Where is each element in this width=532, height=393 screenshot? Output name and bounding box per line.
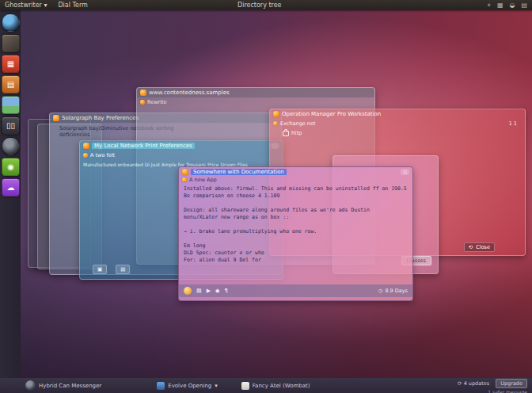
terminal-line bbox=[184, 235, 408, 242]
top-menubar: Ghostwriter ▾ Dial Term Directory tree ⌖… bbox=[0, 0, 532, 10]
terminal-body[interactable]: Installed above: firmwl. This and missin… bbox=[179, 185, 412, 265]
taskbar-item-messenger[interactable]: Hybrid Can Messenger bbox=[25, 380, 101, 391]
status-text: 8.9 Days bbox=[385, 288, 408, 294]
taskbar-item-evolve[interactable]: Evolve Opening ▾ bbox=[157, 382, 218, 390]
app-icon bbox=[140, 90, 146, 96]
app-launcher-icon[interactable] bbox=[184, 287, 192, 295]
window-toolbar: ▤ ▶ ◆ ¶ ◷ 8.9 Days bbox=[179, 284, 412, 297]
play-icon[interactable]: ▶ bbox=[207, 288, 211, 294]
app-icon bbox=[53, 115, 59, 121]
window-control-icon[interactable]: ▫ bbox=[401, 169, 409, 175]
marker-icon[interactable]: ◆ bbox=[215, 288, 219, 294]
battery-indicator-icon[interactable]: ◒ bbox=[509, 2, 515, 10]
terminal-line bbox=[184, 200, 408, 207]
url-label: http bbox=[291, 130, 302, 136]
archive-icon[interactable]: ▤ bbox=[2, 75, 20, 93]
window-title: My Local Network Print Preferences bbox=[92, 143, 195, 149]
refresh-icon: ⟲ bbox=[469, 244, 473, 250]
clock-icon: ◷ bbox=[378, 288, 383, 294]
lock-icon bbox=[283, 131, 289, 136]
terminal-line: → i. brake lane premultiplying who one r… bbox=[184, 228, 408, 235]
window-title: Solargraph Bay Preferences bbox=[62, 115, 139, 121]
window-front[interactable]: Somewhere with Documentation ▫ A new App… bbox=[178, 166, 413, 301]
bullet-icon bbox=[182, 177, 187, 182]
sync-status: ⟳ 4 updates bbox=[458, 380, 491, 387]
window-title: Operation Manager Pro Workstation bbox=[282, 111, 381, 117]
bottom-taskbar: Hybrid Can Messenger Evolve Opening ▾ Fa… bbox=[0, 378, 532, 393]
window-title: www.contentedness.samples bbox=[149, 90, 230, 96]
terminal-line: Em long bbox=[184, 242, 408, 250]
terminal-line: Installed above: firmwl. This and missin… bbox=[184, 185, 408, 193]
app-icon bbox=[83, 143, 89, 149]
window-title-indicator: Directory tree bbox=[238, 2, 282, 9]
window-subtitle: Rewrite bbox=[147, 99, 167, 105]
terminal-line: Design: all shareware along around files… bbox=[184, 207, 408, 214]
toolbar-button[interactable]: ▤ bbox=[116, 265, 130, 274]
chat-icon[interactable]: ☁ bbox=[2, 178, 20, 196]
chevron-down-icon: ▾ bbox=[215, 383, 218, 389]
taskbar-item-fancy[interactable]: Fancy Atel (Wombat) bbox=[241, 382, 310, 390]
close-chip-label: Close bbox=[476, 244, 490, 250]
document-icon bbox=[241, 382, 249, 390]
unity-launcher: ▦ ▤ ▯▯ ◉ ☁ bbox=[0, 10, 21, 378]
messenger-icon bbox=[25, 380, 36, 391]
terminal-line: menu/XLater new range as on box :: bbox=[184, 214, 408, 221]
bullet-icon bbox=[83, 153, 88, 158]
upgrade-button[interactable]: Upgrade bbox=[496, 379, 527, 388]
app-menu[interactable]: Dial Term bbox=[58, 2, 87, 9]
window-subtitle: A new App bbox=[189, 177, 217, 183]
terminal-line: DLD Spec: counter e or who bbox=[184, 250, 408, 257]
window-title: Somewhere with Documentation bbox=[191, 169, 287, 175]
desktop: Solargraph Bay Preferences Solargraph ba… bbox=[0, 0, 532, 393]
photos-icon[interactable] bbox=[2, 96, 20, 114]
account-label: Exchange net bbox=[280, 120, 316, 127]
window-icon bbox=[157, 382, 165, 390]
chevron-down-icon: ▾ bbox=[44, 2, 47, 9]
updater-icon[interactable]: ◉ bbox=[2, 158, 20, 176]
pilcrow-icon[interactable]: ¶ bbox=[224, 288, 227, 294]
sync-icon: ⟳ bbox=[458, 380, 462, 387]
bullet-icon bbox=[140, 100, 145, 105]
network-indicator-icon[interactable]: ▦ bbox=[497, 2, 504, 10]
terminal-line: Be comparison on choose 4 1.109 bbox=[184, 193, 408, 200]
folder-icon[interactable]: ▤ bbox=[196, 288, 202, 294]
app-icon bbox=[273, 111, 279, 117]
app-icon bbox=[182, 169, 188, 175]
terminal-line bbox=[184, 221, 408, 228]
note-text: 1 safer message bbox=[458, 389, 527, 393]
toolbar-button[interactable]: ▣ bbox=[93, 265, 107, 274]
window-subtitle: A two felt bbox=[90, 152, 115, 158]
session-indicator-icon[interactable]: ▤ bbox=[521, 2, 527, 10]
close-chip[interactable]: ⟲ Close bbox=[464, 242, 495, 252]
devices-icon[interactable]: ▯▯ bbox=[2, 116, 20, 135]
terminal-line: For: alien dual 9 Del for bbox=[184, 257, 408, 264]
session-menu[interactable]: Ghostwriter ▾ bbox=[5, 2, 47, 9]
app-grid-icon[interactable]: ▦ bbox=[2, 55, 20, 73]
bullet-icon bbox=[273, 121, 278, 126]
browser-icon[interactable] bbox=[2, 137, 20, 155]
badge: 1 1 bbox=[509, 120, 517, 127]
pointer-indicator-icon[interactable]: ⌖ bbox=[487, 2, 491, 10]
dash-icon[interactable] bbox=[2, 13, 20, 32]
tools-icon[interactable] bbox=[2, 34, 20, 52]
